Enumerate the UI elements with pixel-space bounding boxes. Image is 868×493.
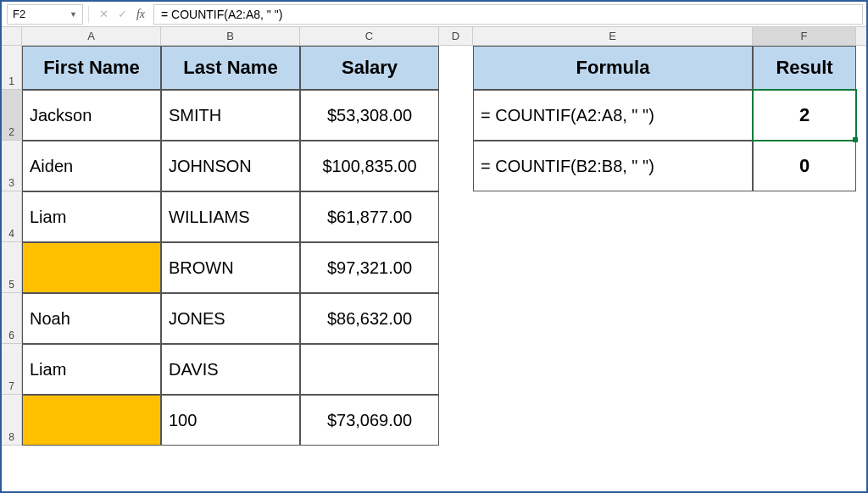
- cell-salary7[interactable]: [300, 344, 439, 395]
- cell-last7[interactable]: DAVIS: [161, 344, 300, 395]
- fill-handle[interactable]: [853, 137, 858, 142]
- cell-first3[interactable]: Aiden: [22, 141, 161, 191]
- cell-first8[interactable]: [22, 395, 161, 446]
- confirm-icon[interactable]: ✓: [113, 5, 131, 24]
- cell-salary6[interactable]: $86,632.00: [300, 293, 439, 344]
- col-header-E[interactable]: E: [473, 27, 753, 45]
- cell-last3[interactable]: JOHNSON: [161, 141, 300, 191]
- row-header-6[interactable]: 6: [2, 293, 21, 344]
- header-salary[interactable]: Salary: [300, 46, 439, 90]
- row-header-5[interactable]: 5: [2, 242, 21, 293]
- cells-area: First NameLast NameSalaryFormulaResultJa…: [22, 46, 866, 491]
- header-result[interactable]: Result: [753, 46, 856, 90]
- row-header-8[interactable]: 8: [2, 395, 21, 446]
- col-header-B[interactable]: B: [161, 27, 300, 45]
- cell-last6[interactable]: JONES: [161, 293, 300, 344]
- cell-salary4[interactable]: $61,877.00: [300, 191, 439, 242]
- name-box-value: F2: [13, 8, 25, 20]
- divider: [88, 6, 89, 23]
- cell-salary3[interactable]: $100,835.00: [300, 141, 439, 191]
- header-formula[interactable]: Formula: [473, 46, 753, 90]
- col-header-C[interactable]: C: [300, 27, 439, 45]
- cancel-icon[interactable]: ✕: [94, 5, 113, 24]
- formula-input[interactable]: = COUNTIF(A2:A8, " "): [153, 4, 863, 25]
- row-header-1[interactable]: 1: [2, 46, 21, 90]
- name-box[interactable]: F2 ▼: [7, 4, 83, 25]
- col-header-D[interactable]: D: [439, 27, 473, 45]
- formula-text: = COUNTIF(A2:A8, " "): [161, 8, 282, 21]
- cell-last5[interactable]: BROWN: [161, 242, 300, 293]
- cell-first6[interactable]: Noah: [22, 293, 161, 344]
- column-headers: ABCDEF: [22, 27, 866, 46]
- cell-last4[interactable]: WILLIAMS: [161, 191, 300, 242]
- cell-first5[interactable]: [22, 242, 161, 293]
- row-header-3[interactable]: 3: [2, 141, 21, 191]
- formula-bar: F2 ▼ ✕ ✓ fx = COUNTIF(A2:A8, " "): [2, 2, 866, 27]
- cell-last2[interactable]: SMITH: [161, 90, 300, 141]
- cell-first4[interactable]: Liam: [22, 191, 161, 242]
- row-header-4[interactable]: 4: [2, 191, 21, 242]
- select-all-corner[interactable]: [2, 27, 22, 46]
- cell-result3[interactable]: 0: [753, 141, 856, 191]
- cell-first2[interactable]: Jackson: [22, 90, 161, 141]
- cell-result2[interactable]: 2: [753, 90, 856, 141]
- cell-salary8[interactable]: $73,069.00: [300, 395, 439, 446]
- cell-last8[interactable]: 100: [161, 395, 300, 446]
- cell-first7[interactable]: Liam: [22, 344, 161, 395]
- col-header-A[interactable]: A: [22, 27, 161, 45]
- header-first-name[interactable]: First Name: [22, 46, 161, 90]
- cell-formula2[interactable]: = COUNTIF(A2:A8, " "): [473, 90, 753, 141]
- col-header-F[interactable]: F: [753, 27, 856, 45]
- cell-salary5[interactable]: $97,321.00: [300, 242, 439, 293]
- chevron-down-icon[interactable]: ▼: [70, 10, 77, 19]
- row-header-7[interactable]: 7: [2, 344, 21, 395]
- fx-icon[interactable]: fx: [131, 5, 150, 24]
- row-headers: 12345678: [2, 46, 22, 446]
- row-header-2[interactable]: 2: [2, 90, 21, 141]
- cell-formula3[interactable]: = COUNTIF(B2:B8, " "): [473, 141, 753, 191]
- header-last-name[interactable]: Last Name: [161, 46, 300, 90]
- cell-salary2[interactable]: $53,308.00: [300, 90, 439, 141]
